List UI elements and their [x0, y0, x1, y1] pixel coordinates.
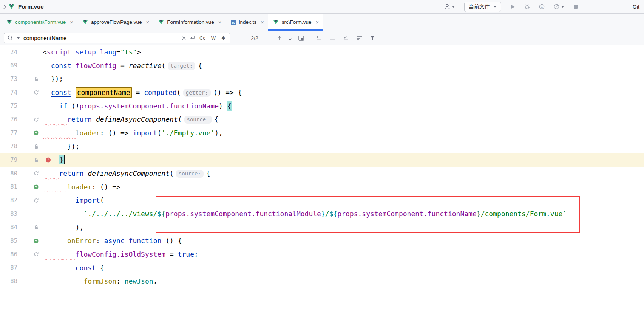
code-text[interactable]: const componentName = computed(getter:()…: [42, 86, 644, 99]
lock-icon[interactable]: [34, 77, 39, 82]
lock-icon[interactable]: [34, 158, 39, 163]
code-line-24[interactable]: 24<script setup lang="ts">: [0, 45, 644, 59]
code-line-87[interactable]: 87 const {: [0, 261, 644, 275]
code-text[interactable]: });: [42, 72, 644, 86]
profiler-button[interactable]: [554, 4, 564, 9]
code-text[interactable]: <script setup lang="ts">: [42, 45, 644, 59]
search-history-caret-icon[interactable]: [17, 37, 20, 39]
gutter[interactable]: 75: [0, 99, 42, 113]
code-text[interactable]: });: [42, 140, 644, 153]
gutter[interactable]: 81: [0, 180, 42, 194]
code-text[interactable]: ),: [42, 221, 644, 234]
code-line-74[interactable]: 74 const componentName = computed(getter…: [0, 86, 644, 99]
code-line-86[interactable]: 86 flowConfig.isOldSystem = true;: [0, 248, 644, 261]
code-line-73[interactable]: 73 });: [0, 72, 644, 86]
code-line-84[interactable]: 84 ),: [0, 221, 644, 234]
code-line-77[interactable]: 77 loader: () => import('./Empty.vue'),: [0, 126, 644, 140]
code-text[interactable]: if (!props.systemComponent.functionName)…: [42, 99, 644, 113]
git-widget[interactable]: Git: [633, 4, 639, 10]
run-button[interactable]: [510, 4, 515, 9]
code-line-81[interactable]: 81 loader: () =>: [0, 180, 644, 194]
code-text[interactable]: `./../../../views/${props.systemComponen…: [42, 207, 644, 221]
gutter[interactable]: 77: [0, 126, 42, 140]
gutter[interactable]: 24: [0, 45, 42, 59]
code-text[interactable]: onError: async function () {: [42, 234, 644, 248]
filter-icon[interactable]: [370, 36, 375, 40]
gutter[interactable]: 85: [0, 234, 42, 248]
code-text[interactable]: }: [42, 153, 644, 167]
gutter[interactable]: 84: [0, 221, 42, 234]
match-case-toggle[interactable]: Cc: [198, 35, 207, 41]
gutter[interactable]: 73: [0, 72, 42, 86]
usage-icon[interactable]: [34, 239, 39, 243]
select-all-occurrences-button[interactable]: [343, 36, 349, 41]
search-input[interactable]: [23, 35, 179, 41]
gutter[interactable]: 86: [0, 248, 42, 261]
search-options-icon[interactable]: [357, 36, 362, 40]
previous-match-button[interactable]: [277, 36, 282, 41]
code-line-76[interactable]: 76 return defineAsyncComponent(source:{: [0, 113, 644, 126]
search-field[interactable]: Cc W ✱: [4, 33, 230, 43]
stop-button[interactable]: [573, 5, 578, 9]
tab[interactable]: approveFlowPage.vue×: [77, 14, 153, 31]
curve-icon[interactable]: [34, 252, 39, 257]
close-icon[interactable]: ×: [218, 19, 222, 25]
usage-icon[interactable]: [34, 184, 39, 189]
curve-icon[interactable]: [34, 171, 39, 176]
user-menu-button[interactable]: [444, 4, 455, 9]
usage-icon[interactable]: [34, 130, 39, 135]
gutter[interactable]: 83: [0, 207, 42, 221]
open-in-find-window-button[interactable]: [298, 36, 304, 41]
close-icon[interactable]: ×: [316, 19, 319, 25]
gutter[interactable]: 76: [0, 113, 42, 126]
code-text[interactable]: const {: [42, 261, 644, 275]
close-icon[interactable]: ×: [146, 19, 149, 25]
gutter[interactable]: 69: [0, 59, 42, 72]
code-line-88[interactable]: 88 formJson: newJson,: [0, 274, 644, 288]
add-occurrence-button[interactable]: [316, 36, 322, 41]
gutter[interactable]: 82: [0, 194, 42, 207]
code-text[interactable]: return defineAsyncComponent(source:{: [42, 167, 644, 180]
coverage-button[interactable]: C: [539, 4, 545, 9]
lock-icon[interactable]: [34, 225, 39, 230]
code-line-80[interactable]: 80 return defineAsyncComponent(source:{: [0, 167, 644, 180]
gutter[interactable]: 74: [0, 86, 42, 99]
code-text[interactable]: formJson: newJson,: [42, 274, 644, 288]
next-match-button[interactable]: [288, 36, 292, 41]
curve-icon[interactable]: [34, 90, 39, 95]
regex-toggle[interactable]: ✱: [220, 35, 227, 41]
code-text[interactable]: loader: () => import('./Empty.vue'),: [42, 126, 644, 140]
gutter[interactable]: 79: [0, 153, 42, 167]
newline-icon[interactable]: [189, 36, 195, 40]
remove-occurrence-button[interactable]: [329, 36, 335, 41]
tab[interactable]: src\Form.vue×: [268, 14, 323, 31]
curve-icon[interactable]: [34, 198, 39, 203]
editor[interactable]: 24<script setup lang="ts">69 const flowC…: [0, 45, 644, 310]
code-line-82[interactable]: 82 import(: [0, 194, 644, 207]
clear-search-icon[interactable]: [182, 36, 186, 40]
gutter[interactable]: 78: [0, 140, 42, 153]
lock-icon[interactable]: [34, 144, 39, 149]
gutter[interactable]: 87: [0, 261, 42, 275]
code-text[interactable]: flowConfig.isOldSystem = true;: [42, 248, 644, 261]
code-text[interactable]: const flowConfig = reactive(target:{: [42, 59, 644, 72]
code-line-79[interactable]: 79 }: [0, 153, 644, 167]
close-icon[interactable]: ×: [70, 19, 73, 25]
code-line-69[interactable]: 69 const flowConfig = reactive(target:{: [0, 59, 644, 73]
tab[interactable]: components\Form.vue×: [2, 14, 77, 31]
gutter[interactable]: 80: [0, 167, 42, 180]
breadcrumb-chevron-icon[interactable]: [3, 5, 6, 9]
tab[interactable]: FormInformation.vue×: [153, 14, 225, 31]
whole-words-toggle[interactable]: W: [210, 35, 217, 41]
code-text[interactable]: import(: [42, 194, 644, 207]
code-line-75[interactable]: 75 if (!props.systemComponent.functionNa…: [0, 99, 644, 113]
gutter[interactable]: 88: [0, 274, 42, 288]
curve-icon[interactable]: [34, 117, 39, 122]
code-line-83[interactable]: 83 `./../../../views/${props.systemCompo…: [0, 207, 644, 221]
code-text[interactable]: return defineAsyncComponent(source:{: [42, 113, 644, 126]
run-config-selector[interactable]: 当前文件: [464, 2, 501, 12]
code-line-85[interactable]: 85 onError: async function () {: [0, 234, 644, 248]
code-line-78[interactable]: 78 });: [0, 140, 644, 153]
debug-button[interactable]: [524, 4, 530, 9]
code-text[interactable]: loader: () =>: [42, 180, 644, 194]
